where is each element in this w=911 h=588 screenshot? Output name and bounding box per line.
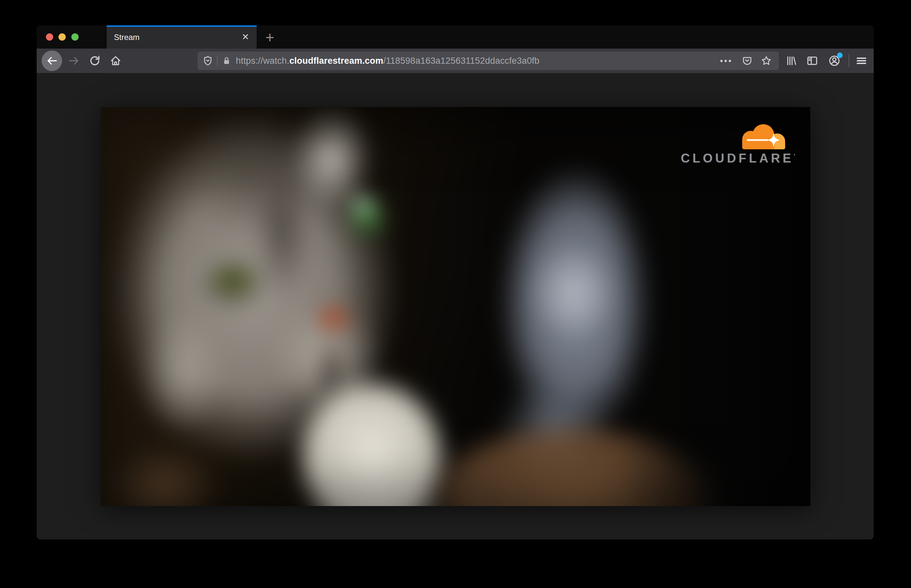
hamburger-icon xyxy=(855,54,868,67)
menu-button[interactable] xyxy=(854,53,869,68)
home-icon xyxy=(109,55,122,67)
browser-window: Stream ✕ + xyxy=(37,26,874,540)
url-scheme: https://watch. xyxy=(236,56,289,66)
tracking-protection-shield-icon[interactable] xyxy=(202,55,213,66)
tab-stream[interactable]: Stream ✕ xyxy=(107,26,257,48)
cloudflare-cloud-icon xyxy=(735,124,788,149)
forward-button[interactable] xyxy=(67,53,81,68)
back-arrow-icon xyxy=(45,55,58,67)
reload-button[interactable] xyxy=(87,53,102,68)
tab-title: Stream xyxy=(114,26,139,48)
url-text[interactable]: https://watch.cloudflarestream.com/11859… xyxy=(236,56,539,66)
library-icon xyxy=(785,55,798,67)
forward-arrow-icon xyxy=(68,55,80,67)
urlbar-divider xyxy=(217,56,218,66)
new-tab-button[interactable]: + xyxy=(262,30,278,45)
sidebar-button[interactable] xyxy=(805,53,819,68)
cloudflare-logo: CLOUDFLARE’ xyxy=(681,124,791,165)
page-actions-ellipsis-icon[interactable]: ••• xyxy=(720,56,733,66)
url-domain: cloudflarestream.com xyxy=(289,56,383,66)
plus-icon: + xyxy=(266,31,275,44)
account-button[interactable] xyxy=(827,53,842,68)
window-minimize-button[interactable] xyxy=(58,33,66,40)
tab-bar: Stream ✕ + xyxy=(37,26,874,48)
pocket-icon xyxy=(741,55,753,66)
url-path: /118598a163a125631152ddaccfe3a0fb xyxy=(383,56,539,66)
close-icon: ✕ xyxy=(242,32,249,42)
back-button[interactable] xyxy=(42,50,62,71)
sidebar-icon xyxy=(806,55,819,67)
navigation-toolbar: https://watch.cloudflarestream.com/11859… xyxy=(37,48,874,73)
tab-close-button[interactable]: ✕ xyxy=(239,31,252,44)
video-player[interactable]: CLOUDFLARE’ xyxy=(101,107,810,506)
window-close-button[interactable] xyxy=(46,33,53,40)
trademark-mark: ’ xyxy=(794,153,795,160)
lock-icon[interactable] xyxy=(221,55,232,66)
url-bar[interactable]: https://watch.cloudflarestream.com/11859… xyxy=(197,52,779,70)
toolbar-divider xyxy=(848,54,849,67)
bookmark-button[interactable] xyxy=(759,53,774,68)
window-zoom-button[interactable] xyxy=(71,33,79,40)
library-button[interactable] xyxy=(784,53,799,68)
video-vignette xyxy=(101,107,810,506)
home-button[interactable] xyxy=(108,53,123,68)
pocket-button[interactable] xyxy=(740,53,754,68)
page-content: CLOUDFLARE’ xyxy=(37,73,874,540)
reload-icon xyxy=(89,55,101,67)
account-notification-dot xyxy=(837,53,843,58)
cloudflare-wordmark: CLOUDFLARE’ xyxy=(681,151,791,165)
star-icon xyxy=(761,55,772,67)
